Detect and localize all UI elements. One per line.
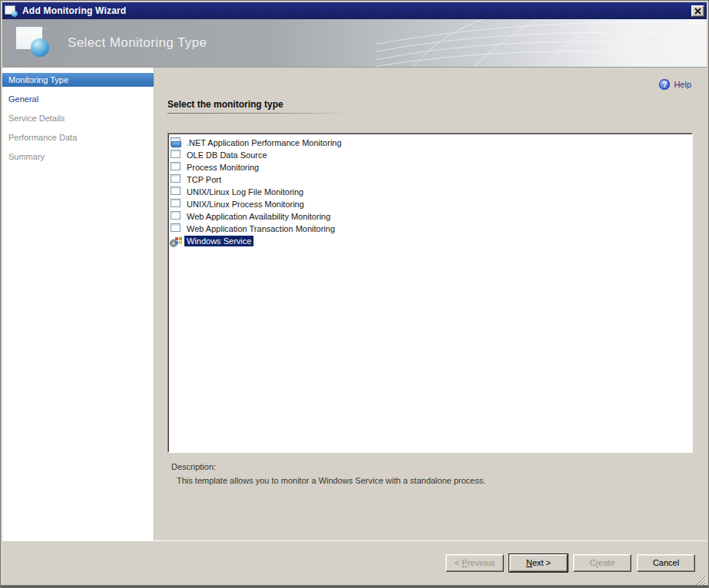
template-icon: [171, 223, 183, 234]
page-title: Select Monitoring Type: [68, 35, 207, 51]
template-icon: [171, 199, 183, 210]
wizard-header: Select Monitoring Type: [2, 19, 707, 68]
description-text: This template allows you to monitor a Wi…: [177, 476, 485, 485]
resize-grip[interactable]: [696, 575, 706, 585]
template-icon: [171, 174, 183, 185]
button-bar: < Previous Next > Create Cancel: [2, 540, 707, 584]
wizard-content: ? Help Select the monitoring type .NET A…: [154, 68, 707, 540]
sidebar-item-service-details[interactable]: Service Details: [2, 111, 154, 125]
monitoring-type-icon: [14, 25, 52, 61]
wizard-body: Monitoring Type General Service Details …: [2, 68, 707, 540]
sidebar-item-general[interactable]: General: [2, 92, 154, 106]
wizard-window-icon: [5, 5, 18, 17]
template-icon: [171, 162, 183, 173]
list-item[interactable]: Web Application Availability Monitoring: [171, 210, 692, 223]
list-item[interactable]: .NET Application Performance Monitoring: [171, 137, 692, 149]
template-icon: [171, 187, 183, 197]
header-mesh-decoration: [376, 19, 707, 68]
list-item[interactable]: Process Monitoring: [171, 161, 692, 173]
sidebar-item-performance-data[interactable]: Performance Data: [2, 130, 154, 144]
close-icon: [694, 8, 701, 15]
close-button[interactable]: [691, 5, 704, 17]
help-label: Help: [674, 80, 691, 89]
template-icon: [171, 211, 183, 222]
heading-divider: [167, 113, 352, 114]
title-bar: Add Monitoring Wizard: [2, 2, 707, 19]
section-heading: Select the monitoring type: [167, 99, 283, 110]
list-item[interactable]: UNIX/Linux Log File Monitoring: [171, 186, 692, 198]
cancel-button[interactable]: Cancel: [637, 554, 695, 572]
sidebar-item-summary[interactable]: Summary: [2, 150, 154, 164]
list-item[interactable]: UNIX/Linux Process Monitoring: [171, 198, 692, 210]
list-item[interactable]: Web Application Transaction Monitoring: [171, 223, 692, 235]
description-label: Description:: [171, 462, 216, 471]
list-item[interactable]: TCP Port: [171, 173, 692, 186]
net-apm-icon: [171, 137, 183, 148]
help-icon: ?: [659, 79, 670, 90]
list-item-windows-service[interactable]: Windows Service: [171, 235, 692, 247]
list-item[interactable]: OLE DB Data Source: [171, 149, 692, 161]
previous-button[interactable]: < Previous: [446, 554, 504, 572]
sidebar-item-monitoring-type[interactable]: Monitoring Type: [2, 73, 154, 87]
template-icon: [171, 150, 183, 160]
monitoring-type-list[interactable]: .NET Application Performance Monitoring …: [167, 133, 693, 453]
window-bottom-edge: [1, 585, 708, 587]
wizard-steps-sidebar: Monitoring Type General Service Details …: [2, 68, 154, 540]
help-link[interactable]: ? Help: [659, 79, 691, 90]
windows-service-icon: [171, 236, 183, 246]
window-title: Add Monitoring Wizard: [22, 5, 126, 16]
create-button[interactable]: Create: [573, 554, 631, 572]
next-button[interactable]: Next >: [509, 554, 568, 572]
add-monitoring-wizard-window: Add Monitoring Wizard Select Mo: [0, 0, 709, 588]
